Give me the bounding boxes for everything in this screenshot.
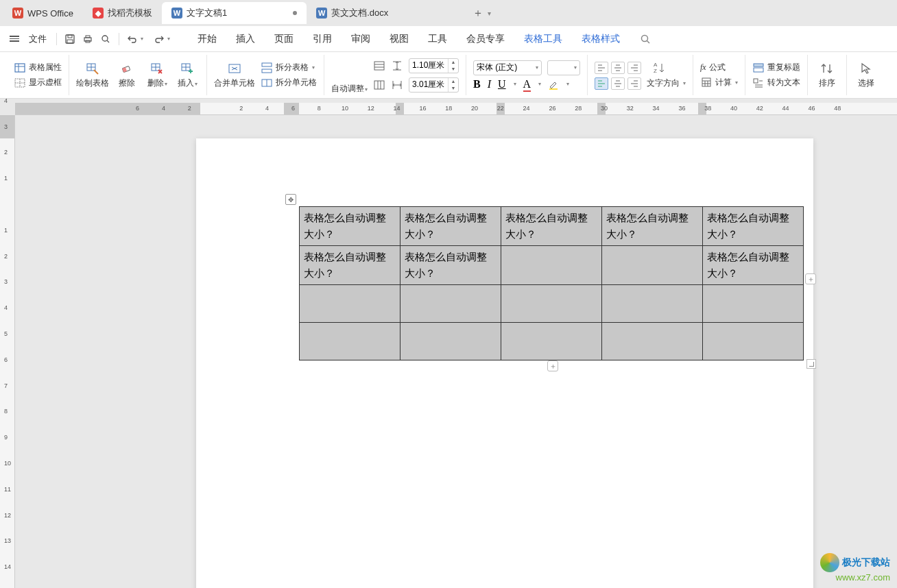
merge-cells-button[interactable]: 合并单元格 bbox=[214, 61, 255, 89]
menu-view[interactable]: 视图 bbox=[380, 33, 418, 45]
redo-button[interactable] bbox=[152, 32, 167, 47]
dist-cols-icon[interactable] bbox=[373, 79, 385, 91]
table-row[interactable]: 表格怎么自动调整大小？表格怎么自动调整大小？表格怎么自动调整大小？ bbox=[300, 246, 804, 285]
tab-wps-office[interactable]: W WPS Office bbox=[3, 2, 83, 24]
table-cell[interactable] bbox=[300, 323, 400, 360]
text-direction-button[interactable]: 文字方向▾ bbox=[647, 77, 686, 89]
align-top-right[interactable] bbox=[627, 62, 641, 74]
table-cell[interactable]: 表格怎么自动调整大小？ bbox=[703, 207, 804, 246]
spin-down-icon[interactable]: ▼ bbox=[449, 66, 458, 73]
repeat-header-button[interactable]: 重复标题 bbox=[752, 62, 800, 74]
highlight-button[interactable] bbox=[548, 79, 559, 90]
ruler-horizontal[interactable]: 6422468101214161820222426283032343638404… bbox=[15, 103, 897, 115]
menu-member[interactable]: 会员专享 bbox=[457, 33, 514, 45]
bold-button[interactable]: B bbox=[473, 78, 481, 90]
menu-reference[interactable]: 引用 bbox=[303, 33, 342, 45]
font-name-select[interactable]: 宋体 (正文)▾ bbox=[473, 60, 542, 75]
table-cell[interactable] bbox=[703, 285, 804, 323]
table-cell[interactable]: 表格怎么自动调整大小？ bbox=[602, 207, 703, 246]
auto-adjust-button[interactable]: 自动调整▾ bbox=[331, 56, 368, 95]
table-cell[interactable] bbox=[400, 285, 501, 323]
split-cell-button[interactable]: 拆分单元格 bbox=[261, 77, 317, 89]
col-width-input[interactable]: ▲▼ bbox=[409, 77, 459, 93]
table-cell[interactable] bbox=[501, 285, 602, 323]
align-top-left[interactable] bbox=[595, 62, 608, 74]
draw-table-button[interactable]: 绘制表格 bbox=[76, 61, 109, 89]
table-cell[interactable]: 表格怎么自动调整大小？ bbox=[400, 207, 501, 246]
show-gridlines-button[interactable]: 显示虚框 bbox=[14, 77, 62, 89]
table-move-handle[interactable]: ✥ bbox=[285, 194, 296, 205]
new-tab-button[interactable]: ＋ bbox=[470, 5, 486, 21]
spin-down-icon[interactable]: ▼ bbox=[449, 85, 458, 92]
caret-icon[interactable]: ▾ bbox=[514, 81, 516, 87]
table-properties-button[interactable]: 表格属性 bbox=[14, 62, 62, 74]
tab-doc1[interactable]: W 文字文稿1 bbox=[162, 2, 307, 24]
menu-start[interactable]: 开始 bbox=[188, 33, 226, 45]
tab-template[interactable]: ◆ 找稻壳模板 bbox=[83, 2, 162, 24]
menu-insert[interactable]: 插入 bbox=[226, 33, 265, 45]
align-mid-left[interactable] bbox=[595, 77, 608, 90]
caret-icon[interactable]: ▾ bbox=[538, 81, 541, 87]
convert-to-text-button[interactable]: 转为文本 bbox=[752, 77, 800, 89]
table-cell[interactable] bbox=[602, 246, 703, 285]
table-cell[interactable]: 表格怎么自动调整大小？ bbox=[703, 246, 804, 285]
font-color-button[interactable]: A bbox=[523, 78, 531, 90]
hamburger-menu-button[interactable] bbox=[7, 32, 22, 47]
formula-button[interactable]: fx 公式 bbox=[700, 62, 738, 73]
table-cell[interactable]: 表格怎么自动调整大小？ bbox=[400, 246, 501, 285]
insert-button[interactable]: 插入▾ bbox=[175, 61, 200, 89]
row-height-input[interactable]: ▲▼ bbox=[409, 58, 459, 73]
table-cell[interactable] bbox=[602, 285, 703, 323]
table-cell[interactable] bbox=[703, 323, 804, 360]
page[interactable]: ✥ 表格怎么自动调整大小？表格怎么自动调整大小？表格怎么自动调整大小？表格怎么自… bbox=[196, 138, 813, 588]
menu-page[interactable]: 页面 bbox=[265, 33, 303, 45]
erase-button[interactable]: 擦除 bbox=[115, 61, 139, 89]
table-cell[interactable]: 表格怎么自动调整大小？ bbox=[300, 246, 400, 285]
table-resize-handle[interactable] bbox=[806, 359, 816, 369]
print-preview-button[interactable] bbox=[98, 32, 113, 47]
table-row[interactable] bbox=[300, 285, 804, 323]
document-table[interactable]: 表格怎么自动调整大小？表格怎么自动调整大小？表格怎么自动调整大小？表格怎么自动调… bbox=[299, 206, 804, 360]
align-mid-center[interactable] bbox=[611, 77, 625, 90]
italic-button[interactable]: I bbox=[488, 78, 491, 90]
search-button[interactable] bbox=[638, 32, 653, 47]
table-row[interactable]: 表格怎么自动调整大小？表格怎么自动调整大小？表格怎么自动调整大小？表格怎么自动调… bbox=[300, 207, 804, 246]
redo-caret-icon[interactable]: ▾ bbox=[167, 36, 170, 42]
split-table-button[interactable]: 拆分表格▾ bbox=[261, 62, 317, 74]
print-button[interactable] bbox=[80, 32, 95, 47]
sort-az-button[interactable]: AZ bbox=[647, 61, 671, 75]
tab-doc2[interactable]: W 英文文档.docx bbox=[307, 2, 464, 24]
undo-button[interactable] bbox=[125, 32, 140, 47]
underline-button[interactable]: U bbox=[498, 78, 506, 90]
save-button[interactable] bbox=[62, 32, 77, 47]
table-row[interactable] bbox=[300, 323, 804, 360]
delete-button[interactable]: 删除▾ bbox=[145, 61, 169, 89]
spin-up-icon[interactable]: ▲ bbox=[449, 78, 458, 85]
table-cell[interactable] bbox=[501, 323, 602, 360]
file-menu[interactable]: 文件 bbox=[25, 33, 51, 45]
table-cell[interactable] bbox=[501, 246, 602, 285]
ruler-vertical[interactable]: 432112345678910111213141516171819 bbox=[0, 115, 15, 588]
tab-menu-caret-icon[interactable]: ▾ bbox=[488, 10, 491, 17]
col-width-field[interactable] bbox=[409, 80, 448, 90]
table-cell[interactable]: 表格怎么自动调整大小？ bbox=[501, 207, 602, 246]
sort-button[interactable]: 排序 bbox=[815, 61, 839, 89]
table-cell[interactable] bbox=[602, 323, 703, 360]
align-top-center[interactable] bbox=[611, 62, 625, 74]
spin-up-icon[interactable]: ▲ bbox=[449, 59, 458, 66]
add-column-button[interactable]: ＋ bbox=[805, 273, 816, 284]
table-cell[interactable] bbox=[300, 285, 400, 323]
caret-icon[interactable]: ▾ bbox=[566, 81, 569, 87]
font-size-select[interactable]: ▾ bbox=[547, 60, 580, 75]
menu-review[interactable]: 审阅 bbox=[342, 33, 380, 45]
table-cell[interactable] bbox=[400, 323, 501, 360]
add-row-button[interactable]: ＋ bbox=[547, 360, 558, 371]
align-mid-right[interactable] bbox=[627, 77, 641, 90]
menu-tools[interactable]: 工具 bbox=[418, 33, 457, 45]
menu-table-style[interactable]: 表格样式 bbox=[572, 33, 630, 45]
table-cell[interactable]: 表格怎么自动调整大小？ bbox=[300, 207, 400, 246]
select-button[interactable]: 选择 bbox=[854, 61, 878, 89]
dist-rows-icon[interactable] bbox=[373, 60, 385, 72]
undo-caret-icon[interactable]: ▾ bbox=[141, 36, 143, 42]
row-height-field[interactable] bbox=[409, 61, 448, 71]
